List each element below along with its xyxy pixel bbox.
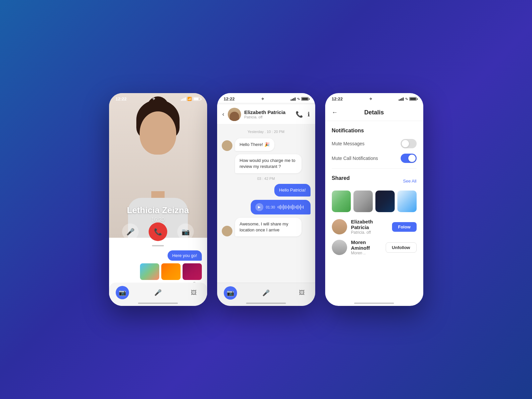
battery-3 (409, 97, 417, 101)
msg-row-3: Hello Patricia! (222, 184, 311, 197)
shared-section: Shared See All (332, 175, 417, 212)
status-time-2: 12:22 (224, 96, 235, 101)
mic-input-button[interactable]: 🎤 (151, 286, 165, 299)
battery-2 (301, 97, 309, 101)
contact-row-1: Elizabeth Patricia Patricia. off Folow (332, 219, 417, 235)
shared-header: Shared See All (332, 175, 417, 187)
chat-header: ‹ Elizabeth Patricia Patricia. off 📞 ℹ (217, 104, 315, 124)
bubble-received-2: How would you charge me to review my res… (235, 154, 302, 173)
signal-bars-1 (181, 97, 186, 101)
waveform (278, 204, 306, 210)
msg-avatar-1 (222, 140, 232, 151)
contact-row-info-1: Elizabeth Patricia Patricia. off (351, 219, 388, 235)
woman-face (140, 111, 176, 155)
status-time-1: 12:22 (116, 96, 127, 101)
gallery-button-2[interactable]: 🖼 (295, 286, 309, 300)
home-indicator-2 (246, 303, 286, 304)
mute-call-row: Mute Call Notifications (332, 154, 417, 163)
home-indicator-1 (138, 303, 178, 304)
wifi-icon-2: ∿ (297, 97, 300, 101)
mic-input-2[interactable]: 🎤 (259, 286, 273, 300)
end-call-button[interactable]: 📞 (149, 222, 167, 241)
status-bar-3: 12:22 ✈ ∿ (325, 93, 423, 103)
contact-avatar-inner (228, 108, 241, 121)
contact-row-name-1: Elizabeth Patricia (351, 219, 388, 230)
camera-button[interactable]: 📷 (177, 223, 194, 240)
shared-photo-4 (397, 191, 417, 212)
home-indicator-3 (354, 303, 394, 304)
shared-photo-3 (375, 191, 395, 212)
details-title: Detalis (338, 109, 411, 116)
shared-photo-2 (353, 191, 373, 212)
follow-button-1[interactable]: Folow (392, 222, 417, 232)
contact-status: Patricia. off (244, 115, 292, 119)
wifi-icon-3: ∿ (405, 97, 408, 101)
status-time-3: 12:22 (332, 96, 343, 101)
drag-handle (152, 245, 164, 246)
image-thumb-3 (183, 263, 202, 280)
toggle-thumb-2 (408, 155, 416, 162)
msg-row-1: Hello There! 🎉 (222, 138, 311, 151)
contact-row-avatar-1 (332, 219, 347, 234)
phone-chat: 12:22 ✈ ∿ ‹ (217, 93, 315, 306)
contact-row-handle-1: Patricia. off (351, 230, 388, 235)
contact-info: Elizabeth Patricia Patricia. off (244, 109, 292, 119)
call-info: Lethicia Zeizna 16:30 (109, 205, 207, 223)
status-bar-2: 12:22 ✈ ∿ (217, 93, 315, 103)
toggle-thumb-1 (402, 140, 409, 147)
gallery-button-1[interactable]: 🖼 (187, 286, 200, 299)
msg-row-voice: ▶ 01:30 (222, 200, 311, 214)
contact-row-2: Moren Aminoff Moren .. Unfollow (332, 239, 417, 255)
mute-call-label: Mute Call Notifications (332, 156, 378, 161)
see-all-button[interactable]: See All (403, 179, 416, 184)
timestamp-1: Yesterday . 10 : 20 PM (222, 130, 311, 134)
call-duration: 16:30 (109, 217, 207, 223)
unfollow-button-2[interactable]: Unfollow (386, 242, 417, 253)
back-button-details[interactable]: ← (332, 109, 338, 116)
shared-photo-1 (332, 191, 351, 212)
mute-messages-toggle[interactable] (401, 139, 417, 148)
contacts-section: Elizabeth Patricia Patricia. off Folow M… (332, 219, 417, 255)
wifi-icon-1: 📶 (187, 97, 192, 101)
play-button[interactable]: ▶ (255, 203, 263, 211)
msg-avatar-2 (222, 226, 232, 236)
signal-bars-3 (399, 97, 404, 101)
voice-bubble: ▶ 01:30 (251, 200, 311, 214)
back-button[interactable]: ‹ (222, 111, 224, 118)
msg-row-4: Awesome, I will share my location once I… (222, 218, 311, 236)
status-icons-1: 📶 (181, 97, 200, 101)
image-thumb-2 (161, 263, 181, 280)
mute-button[interactable]: 🎤 (122, 223, 139, 240)
caller-name: Lethicia Zeizna (109, 205, 207, 215)
mute-messages-label: Mute Messages (332, 141, 365, 146)
status-bar-1: 12:22 ✈ 📶 (109, 93, 207, 103)
details-content: Notifications Mute Messages Mute Call No… (325, 121, 423, 299)
contact-name: Elizabeth Patricia (244, 109, 292, 115)
camera-input-button[interactable]: 📷 (116, 286, 129, 299)
message-bubble: Here you go! (168, 250, 201, 261)
details-header: ← Detalis (325, 104, 423, 121)
contact-row-name-2: Moren Aminoff (351, 239, 382, 251)
msg-row-2: How would you charge me to review my res… (222, 154, 311, 173)
mute-call-toggle[interactable] (401, 154, 417, 163)
timestamp-2: 03 : 42 PM (222, 177, 311, 181)
contact-row-handle-2: Moren .. (351, 251, 382, 255)
bubble-received-1: Hello There! 🎉 (235, 138, 274, 151)
contact-row-avatar-2 (332, 240, 347, 255)
header-actions: 📞 ℹ (296, 111, 310, 118)
shared-title: Shared (332, 175, 350, 181)
signal-bars-2 (291, 97, 296, 101)
battery-1 (193, 97, 200, 101)
camera-input-2[interactable]: 📷 (224, 286, 237, 300)
divider-1 (332, 168, 417, 169)
voice-time: 01:30 (266, 205, 275, 209)
call-action-button[interactable]: 📞 (296, 111, 303, 118)
shared-photos (332, 191, 417, 212)
image-thumb-1 (140, 263, 159, 280)
phone-video-call: 12:22 ✈ 📶 (109, 93, 207, 306)
contact-avatar (228, 108, 241, 121)
phone-details: 12:22 ✈ ∿ ← Detalis Notifications (325, 93, 423, 306)
info-action-button[interactable]: ℹ (308, 111, 310, 118)
phones-container: 12:22 ✈ 📶 (109, 93, 423, 306)
chat-messages: Yesterday . 10 : 20 PM Hello There! 🎉 Ho… (217, 124, 315, 283)
